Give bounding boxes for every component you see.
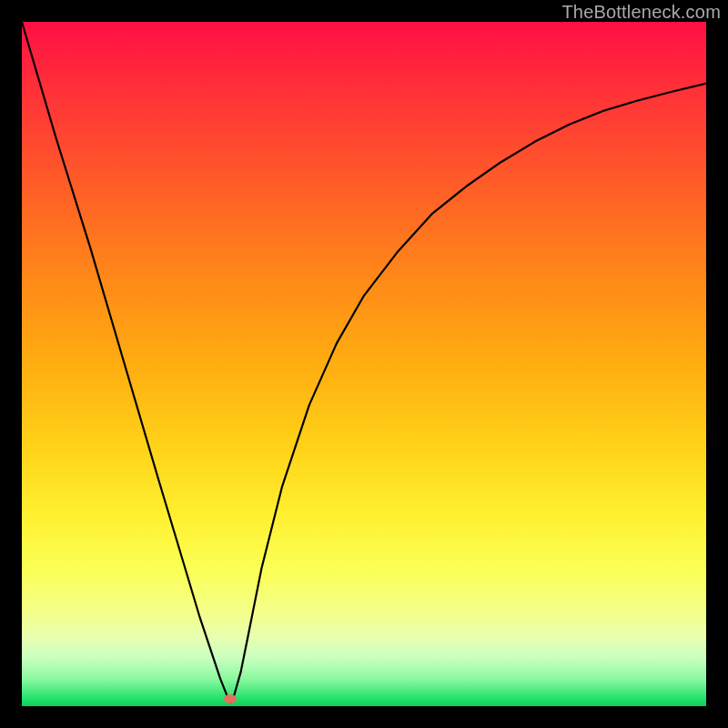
watermark-text: TheBottleneck.com bbox=[561, 2, 721, 23]
plot-area bbox=[22, 22, 706, 706]
minimum-marker bbox=[224, 694, 237, 703]
bottleneck-curve bbox=[22, 22, 706, 706]
chart-frame: TheBottleneck.com bbox=[0, 0, 728, 728]
